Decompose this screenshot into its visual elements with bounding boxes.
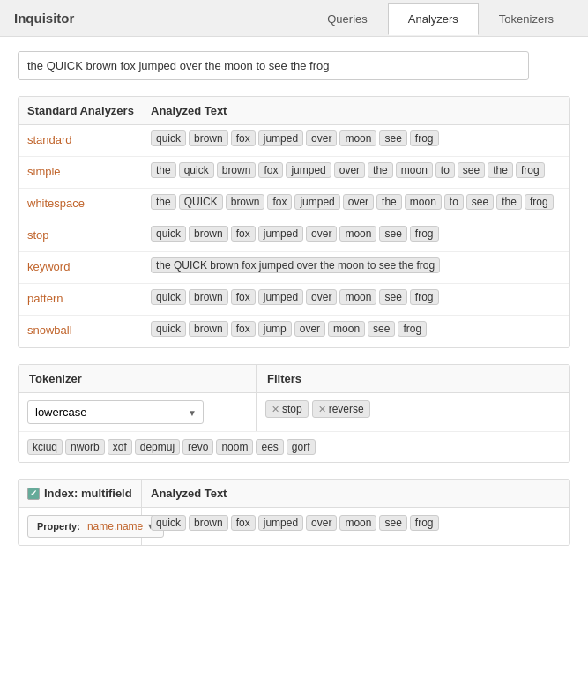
token: ees <box>256 439 283 455</box>
filter-remove-icon[interactable]: ✕ <box>272 404 279 415</box>
token: fox <box>231 321 256 337</box>
token: see <box>466 194 494 210</box>
token: see <box>458 162 485 178</box>
table-row: stopquickbrownfoxjumpedovermoonseefrog <box>19 220 569 252</box>
filters-area: ✕stop✕reverse <box>257 393 569 431</box>
tokenizer-select[interactable]: lowercase standard whitespace keyword pa… <box>27 400 204 424</box>
token: see <box>379 515 406 531</box>
col-header-name: Standard Analyzers <box>27 104 151 117</box>
token: frog <box>516 162 545 178</box>
token: see <box>368 321 395 337</box>
token: over <box>334 162 365 178</box>
index-left-body: Property: name.name ▼ <box>19 508 142 545</box>
index-col-right-header: Analyzed Text <box>142 480 569 507</box>
token: xof <box>108 439 132 455</box>
token: brown <box>189 226 228 242</box>
token: the <box>488 162 513 178</box>
token: brown <box>226 194 265 210</box>
index-checkbox[interactable]: ✓ <box>27 488 40 500</box>
index-analyzed-header: Analyzed Text <box>151 487 227 500</box>
filter-remove-icon[interactable]: ✕ <box>318 404 326 415</box>
token: fox <box>231 289 256 305</box>
analyzer-token-list: theQUICKbrownfoxjumpedoverthemoontoseeth… <box>151 194 561 210</box>
tokenizer-section: Tokenizer Filters lowercase standard whi… <box>18 364 570 463</box>
analyzer-token-list: quickbrownfoxjumpedovermoonseefrog <box>151 130 561 146</box>
analyzer-name[interactable]: standard <box>27 130 151 146</box>
token: quick <box>151 226 186 242</box>
token: over <box>306 289 337 305</box>
token: frog <box>410 289 439 305</box>
index-title-text: Index: multifield <box>44 487 132 500</box>
token: fox <box>267 194 292 210</box>
tab-tokenizers[interactable]: Tokenizers <box>479 3 574 35</box>
analyzer-name[interactable]: stop <box>27 226 151 242</box>
token: kciuq <box>27 439 63 455</box>
analyzer-name[interactable]: snowball <box>27 321 151 337</box>
filter-tag[interactable]: ✕stop <box>265 400 309 418</box>
token: nworb <box>65 439 105 455</box>
token: moon <box>396 162 433 178</box>
token: depmuj <box>135 439 180 455</box>
analyzer-token-list: quickbrownfoxjumpovermoonseefrog <box>151 321 561 337</box>
token: noom <box>216 439 253 455</box>
token: moon <box>328 321 365 337</box>
col-header-analyzed: Analyzed Text <box>151 104 561 117</box>
analyzer-token-list: quickbrownfoxjumpedovermoonseefrog <box>151 289 561 305</box>
token: moon <box>339 130 376 146</box>
token: frog <box>410 515 439 531</box>
token: frog <box>525 194 554 210</box>
table-row: keywordthe QUICK brown fox jumped over t… <box>19 252 569 284</box>
filter-label: reverse <box>329 403 364 415</box>
input-section <box>18 51 570 80</box>
token: moon <box>339 515 376 531</box>
token: quick <box>179 162 214 178</box>
token: frog <box>410 226 439 242</box>
main-content: Standard Analyzers Analyzed Text standar… <box>0 37 588 700</box>
token: frog <box>410 130 439 146</box>
property-label: Property: <box>37 521 80 532</box>
token: fox <box>231 226 256 242</box>
token: the <box>376 194 402 210</box>
tokenizer-select-wrapper: lowercase standard whitespace keyword pa… <box>27 400 204 424</box>
token: over <box>294 321 325 337</box>
token: the <box>496 194 522 210</box>
filter-tag[interactable]: ✕reverse <box>312 400 370 418</box>
tokenizer-col-header: Tokenizer <box>19 365 257 392</box>
tab-analyzers[interactable]: Analyzers <box>388 3 479 35</box>
analysis-input[interactable] <box>18 51 529 80</box>
analyzer-token-list: quickbrownfoxjumpedovermoonseefrog <box>151 226 561 242</box>
filter-label: stop <box>282 403 302 415</box>
token: to <box>444 194 464 210</box>
token: fox <box>258 162 283 178</box>
tab-queries[interactable]: Queries <box>307 3 388 35</box>
token: brown <box>189 321 228 337</box>
token: jumped <box>294 194 339 210</box>
token: the <box>151 162 176 178</box>
token: over <box>306 515 337 531</box>
token: quick <box>151 130 186 146</box>
token: over <box>343 194 374 210</box>
index-body: Property: name.name ▼ quickbrownfoxjumpe… <box>19 508 569 545</box>
token: brown <box>189 515 228 531</box>
token: gorf <box>287 439 316 455</box>
token: jumped <box>258 289 303 305</box>
tokenizer-body-row: lowercase standard whitespace keyword pa… <box>19 393 569 432</box>
token: quick <box>151 289 186 305</box>
analyzer-name[interactable]: pattern <box>27 289 151 305</box>
token: to <box>435 162 455 178</box>
analyzer-name[interactable]: keyword <box>27 257 151 273</box>
index-title: ✓ Index: multifield <box>27 487 132 500</box>
property-value: name.name <box>87 520 143 532</box>
index-tokens-area: quickbrownfoxjumpedovermoonseefrog <box>142 508 569 545</box>
app-logo: Inquisitor <box>14 11 74 26</box>
analyzer-name[interactable]: whitespace <box>27 194 151 210</box>
analyzer-token-list: thequickbrownfoxjumpedoverthemoontoseeth… <box>151 162 561 178</box>
analyzer-name[interactable]: simple <box>27 162 151 178</box>
table-row: patternquickbrownfoxjumpedovermoonseefro… <box>19 284 569 316</box>
filters-col-header: Filters <box>257 365 312 392</box>
token: quick <box>151 321 186 337</box>
token: over <box>306 226 337 242</box>
index-header-row: ✓ Index: multifield Analyzed Text <box>19 480 569 508</box>
token: moon <box>405 194 442 210</box>
token: the <box>368 162 393 178</box>
